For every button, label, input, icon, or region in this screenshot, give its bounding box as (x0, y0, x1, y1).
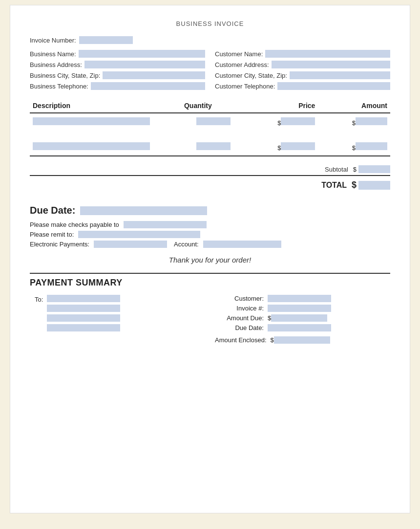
payment-info: Please make checks payable to Please rem… (30, 221, 390, 248)
items-table: Description Quantity Price Amount $ $ (30, 100, 390, 156)
amount-enclosed-field[interactable] (274, 336, 330, 344)
payment-summary-grid: To: Customer: Invoice #: Amount Due: (30, 295, 390, 344)
due-date-label: Due Date: (30, 205, 75, 216)
item2-price-dollar: $ (277, 144, 281, 152)
due-date-field[interactable] (80, 206, 207, 215)
ps-invoice-field[interactable] (268, 305, 331, 312)
table-row: $ $ (30, 113, 390, 131)
invoice-number-row: Invoice Number: (30, 36, 390, 44)
ps-right: Customer: Invoice #: Amount Due: $ Due D… (215, 295, 390, 344)
customer-city-row: Customer City, State, Zip: (215, 71, 390, 79)
remit-to-field[interactable] (78, 231, 200, 238)
ps-to-field-2[interactable] (47, 305, 120, 312)
ps-due-date-label: Due Date: (215, 324, 264, 331)
item1-desc-field[interactable] (33, 117, 150, 125)
ps-to-fields (47, 295, 120, 331)
item1-qty-field[interactable] (196, 117, 231, 125)
total-field[interactable] (358, 181, 390, 190)
ps-invoice-row: Invoice #: (215, 305, 390, 312)
invoice-number-field[interactable] (79, 36, 133, 44)
item1-price-dollar: $ (277, 119, 281, 127)
customer-telephone-field[interactable] (277, 82, 390, 90)
ps-due-date-row: Due Date: (215, 324, 390, 331)
ps-to-field-3[interactable] (47, 314, 120, 322)
total-label: TOTAL (288, 181, 347, 190)
business-address-row: Business Address: (30, 61, 205, 68)
customer-city-label: Customer City, State, Zip: (215, 72, 287, 79)
col-header-amount: Amount (318, 100, 390, 113)
ps-to-field-1[interactable] (47, 295, 120, 302)
item2-qty-cell (181, 138, 246, 156)
amount-enclosed-dollar: $ (271, 336, 274, 344)
item2-qty-field[interactable] (196, 142, 231, 150)
ps-customer-field[interactable] (268, 295, 331, 302)
spacer-row (30, 131, 390, 138)
customer-city-field[interactable] (290, 71, 390, 79)
amount-enclosed-row: Amount Enclosed: $ (215, 336, 390, 344)
business-address-field[interactable] (84, 61, 205, 68)
payment-summary-title: PAYMENT SUMMARY (30, 273, 390, 288)
due-date-row: Due Date: (30, 205, 390, 216)
total-row: TOTAL $ (30, 175, 390, 195)
ps-customer-row: Customer: (215, 295, 390, 302)
item2-desc-field[interactable] (33, 142, 150, 150)
customer-name-label: Customer Name: (215, 50, 263, 58)
account-label: Account: (174, 241, 199, 248)
ps-customer-label: Customer: (215, 295, 264, 302)
invoice-number-label: Invoice Number: (30, 37, 76, 44)
amount-enclosed-label: Amount Enclosed: (215, 336, 267, 344)
item1-price-cell: $ (246, 113, 318, 131)
item2-amount-field[interactable] (356, 142, 387, 150)
item1-amount-dollar: $ (352, 119, 356, 127)
subtotal-label: Subtotal (290, 166, 348, 173)
total-dollar: $ (352, 180, 357, 190)
col-header-description: Description (30, 100, 181, 113)
checks-payable-field[interactable] (124, 221, 207, 228)
business-name-field[interactable] (79, 50, 205, 58)
item1-desc-cell (30, 113, 181, 131)
ps-amount-due-row: Amount Due: $ (215, 314, 390, 322)
invoice-page: BUSINESS INVOICE Invoice Number: Busines… (10, 5, 410, 513)
business-city-label: Business City, State, Zip: (30, 72, 100, 79)
item2-amount-cell: $ (318, 138, 390, 156)
col-header-price: Price (246, 100, 318, 113)
table-row: $ $ (30, 138, 390, 156)
item2-amount-dollar: $ (352, 144, 356, 152)
subtotal-row: Subtotal $ (30, 161, 390, 175)
business-name-row: Business Name: (30, 50, 205, 58)
business-city-row: Business City, State, Zip: (30, 71, 205, 79)
account-field[interactable] (203, 241, 281, 248)
item1-amount-field[interactable] (356, 117, 387, 125)
page-title: BUSINESS INVOICE (30, 20, 390, 27)
customer-address-field[interactable] (272, 61, 390, 68)
electronic-field[interactable] (94, 241, 167, 248)
subtotal-dollar: $ (353, 166, 357, 173)
ps-amount-due-field[interactable] (271, 314, 327, 322)
business-telephone-field[interactable] (91, 82, 205, 90)
customer-address-label: Customer Address: (215, 61, 269, 68)
remit-to-row: Please remit to: (30, 231, 390, 238)
ps-to-field-4[interactable] (47, 324, 120, 331)
electronic-payments-row: Electronic Payments: Account: (30, 241, 390, 248)
ps-to-row: To: (35, 295, 205, 331)
item1-qty-cell (181, 113, 246, 131)
info-grid: Business Name: Customer Name: Business A… (30, 50, 390, 90)
thank-you-message: Thank you for your order! (30, 256, 390, 264)
customer-address-row: Customer Address: (215, 61, 390, 68)
ps-to-label: To: (35, 295, 43, 303)
customer-name-field[interactable] (265, 50, 390, 58)
business-telephone-row: Business Telephone: (30, 82, 205, 90)
business-city-field[interactable] (103, 71, 205, 79)
customer-telephone-label: Customer Telephone: (215, 83, 275, 90)
ps-invoice-label: Invoice #: (215, 305, 264, 312)
checks-payable-row: Please make checks payable to (30, 221, 390, 228)
ps-left: To: (30, 295, 205, 344)
subtotal-field[interactable] (358, 165, 390, 173)
item1-price-field[interactable] (281, 117, 315, 125)
total-amount: $ (352, 180, 390, 190)
remit-to-label: Please remit to: (30, 231, 74, 238)
item2-price-cell: $ (246, 138, 318, 156)
ps-amount-due-dollar: $ (268, 314, 271, 322)
ps-due-date-field[interactable] (268, 324, 331, 331)
item2-price-field[interactable] (281, 142, 315, 150)
